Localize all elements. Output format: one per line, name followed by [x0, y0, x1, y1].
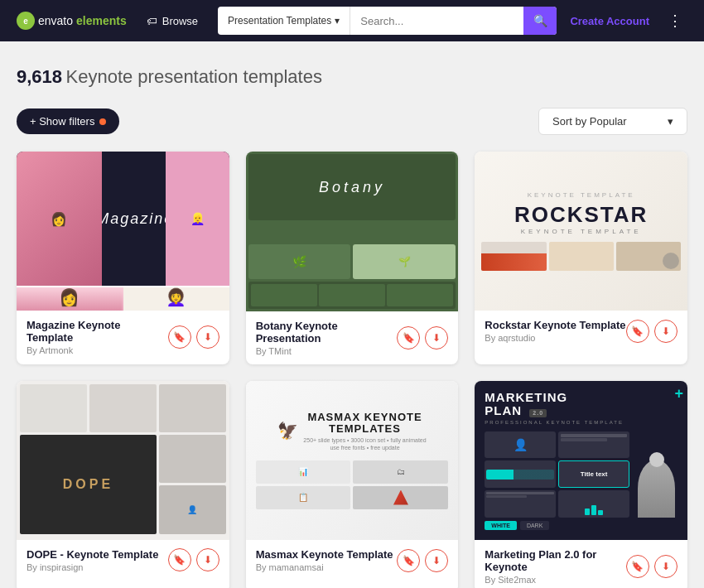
download-button-1[interactable]: ⬇: [425, 326, 448, 349]
logo-envato-text: envato: [38, 14, 73, 27]
item-thumbnail-dope[interactable]: DOPE 👤: [17, 381, 229, 540]
item-info-marketing: Marketing Plan 2.0 for Keynote By Site2m…: [475, 540, 687, 588]
item-actions-0: 🔖 ⬇: [168, 325, 219, 349]
item-thumbnail-magazine[interactable]: 👩 👩‍🦱 👩 Magazine: [17, 152, 229, 311]
items-grid: 👩 👩‍🦱 👩 Magazine: [17, 152, 687, 588]
result-count: 9,618: [17, 66, 62, 87]
create-account-button[interactable]: Create Account: [570, 15, 649, 27]
item-title-2: Rockstar Keynote Template: [485, 319, 625, 331]
item-info-magazine: Magazine Keynote Template By Artmonk 🔖 ⬇: [17, 311, 229, 364]
item-thumbnail-rockstar[interactable]: KEYNOTE TEMPLATE ROCKSTAR KEYNOTE TEMPLA…: [475, 152, 687, 311]
sort-label: Sort by Popular: [552, 115, 627, 128]
show-filters-button[interactable]: + Show filters: [17, 108, 119, 134]
marketing-person-area: [636, 431, 677, 518]
bookmark-button-2[interactable]: 🔖: [626, 320, 649, 343]
download-button-5[interactable]: ⬇: [654, 555, 677, 578]
search-category-dropdown[interactable]: Presentation Templates: [218, 7, 350, 35]
item-info-masmax: Masmax Keynote Template By mamanamsai 🔖 …: [246, 540, 459, 581]
show-filters-label: + Show filters: [30, 115, 94, 128]
logo-elements-text: elements: [76, 14, 127, 27]
main-content: 9,618 Keynote presentation templates + S…: [0, 41, 704, 588]
item-card-botany: Botany 🌿 🌱 Botan: [246, 152, 459, 364]
sort-dropdown[interactable]: Sort by Popular: [538, 108, 687, 135]
item-title-1: Botany Keynote Presentation: [256, 320, 398, 345]
browse-label: Browse: [162, 15, 198, 27]
search-icon: 🔍: [533, 14, 547, 27]
search-area: Presentation Templates 🔍: [218, 7, 557, 35]
item-actions-1: 🔖 ⬇: [397, 326, 448, 349]
bookmark-button-4[interactable]: 🔖: [397, 549, 420, 572]
logo[interactable]: e envatoelements: [17, 12, 127, 30]
chevron-down-icon: [335, 15, 340, 27]
download-button-2[interactable]: ⬇: [654, 320, 677, 343]
toolbar: + Show filters Sort by Popular: [17, 108, 687, 135]
item-actions-5: 🔖 ⬇: [626, 555, 677, 578]
download-button-4[interactable]: ⬇: [425, 549, 448, 572]
bookmark-button-1[interactable]: 🔖: [397, 326, 420, 349]
item-author-5: By Site2max: [485, 575, 626, 585]
item-thumbnail-botany[interactable]: Botany 🌿 🌱: [246, 152, 459, 311]
search-button[interactable]: 🔍: [523, 7, 557, 35]
sort-chevron-icon: [668, 115, 673, 128]
rockstar-word: ROCKSTAR: [514, 202, 648, 228]
item-card-rockstar: KEYNOTE TEMPLATE ROCKSTAR KEYNOTE TEMPLA…: [475, 152, 687, 364]
item-card-masmax: 🦅 MASMAX KEYNOTETEMPLATES 250+ slide typ…: [246, 381, 459, 589]
bookmark-button-5[interactable]: 🔖: [626, 555, 649, 578]
more-menu-button[interactable]: ⋮: [663, 8, 687, 33]
item-author-2: By aqrstudio: [485, 333, 625, 343]
item-author-0: By Artmonk: [27, 345, 168, 355]
item-title-5: Marketing Plan 2.0 for Keynote: [485, 548, 626, 573]
download-button-3[interactable]: ⬇: [196, 548, 219, 571]
item-card-magazine: 👩 👩‍🦱 👩 Magazine: [17, 152, 229, 364]
item-author-1: By TMint: [256, 346, 398, 356]
item-title-4: Masmax Keynote Template: [256, 548, 393, 561]
item-info-rockstar: Rockstar Keynote Template By aqrstudio 🔖…: [475, 311, 687, 351]
item-thumbnail-masmax[interactable]: 🦅 MASMAX KEYNOTETEMPLATES 250+ slide typ…: [246, 381, 459, 541]
header: e envatoelements 🏷 Browse Presentation T…: [0, 0, 704, 41]
item-author-3: By inspirasign: [27, 562, 158, 572]
item-info-botany: Botany Keynote Presentation By TMint 🔖 ⬇: [246, 311, 459, 364]
browse-button[interactable]: 🏷 Browse: [140, 12, 205, 31]
item-card-dope: DOPE 👤 DOPE - Keynote Template By inspir…: [17, 381, 229, 589]
item-author-4: By mamanamsai: [256, 562, 393, 572]
item-actions-4: 🔖 ⬇: [397, 549, 448, 572]
item-info-dope: DOPE - Keynote Template By inspirasign 🔖…: [17, 540, 229, 581]
search-input[interactable]: [350, 15, 523, 27]
item-title-0: Magazine Keynote Template: [27, 319, 168, 344]
marketing-person-silhouette: [638, 460, 675, 518]
item-card-marketing: MARKETINGPLAN 2.0 PROFESSIONAL KEYNOTE T…: [475, 381, 687, 589]
bookmark-button-3[interactable]: 🔖: [168, 548, 191, 571]
download-button-0[interactable]: ⬇: [196, 325, 219, 349]
bookmark-button-0[interactable]: 🔖: [168, 325, 191, 349]
page-description-text: Keynote presentation templates: [66, 66, 322, 87]
item-actions-2: 🔖 ⬇: [626, 320, 677, 343]
search-category-label: Presentation Templates: [228, 15, 331, 27]
item-thumbnail-marketing[interactable]: MARKETINGPLAN 2.0 PROFESSIONAL KEYNOTE T…: [475, 381, 687, 540]
browse-icon: 🏷: [147, 15, 157, 27]
item-title-3: DOPE - Keynote Template: [27, 548, 158, 561]
envato-logo-icon: e: [17, 12, 35, 30]
page-title-area: 9,618 Keynote presentation templates: [17, 66, 687, 88]
filter-active-dot: [99, 118, 106, 125]
item-actions-3: 🔖 ⬇: [168, 548, 219, 571]
